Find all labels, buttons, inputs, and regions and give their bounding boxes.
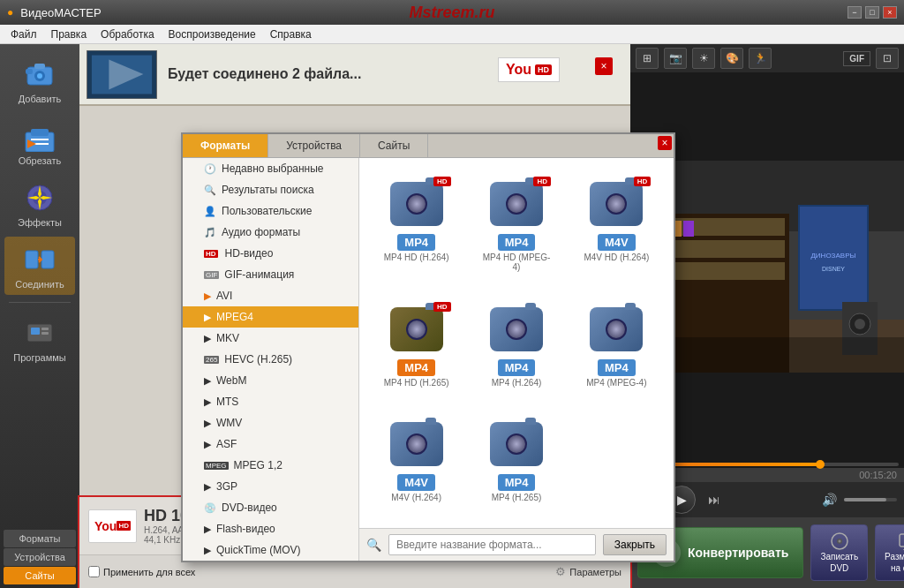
svg-rect-34 (674, 221, 682, 237)
app-title: ВидеоМАСТЕР (20, 6, 101, 19)
sidebar-item-programs[interactable]: Программы (4, 310, 75, 368)
svg-rect-3 (26, 69, 33, 74)
cut-icon (22, 118, 57, 154)
format-card-mp4-mpeg4[interactable]: MP4 MP4 (MPEG-4) (570, 294, 663, 403)
format-recent[interactable]: 🕐 Недавно выбранные (183, 158, 358, 179)
programs-label: Программы (13, 352, 65, 363)
minimize-btn[interactable]: − (848, 6, 862, 19)
gif-tool-btn[interactable]: GIF (843, 51, 870, 66)
youtube-you: You (506, 62, 531, 78)
format-search-input[interactable] (388, 534, 596, 555)
format-audio[interactable]: 🎵 Аудио форматы (183, 222, 358, 243)
youtube-badge: You HD (498, 57, 560, 82)
menu-process[interactable]: Обработка (94, 26, 162, 42)
params-btn[interactable]: ⚙ Параметры (555, 565, 622, 578)
youtube-hd-badge: HD (535, 64, 552, 75)
sidebar-item-cut[interactable]: Обрезать (4, 113, 75, 171)
format-list: 🕐 Недавно выбранные 🔍 Результаты поиска … (183, 158, 359, 561)
brightness-tool-btn[interactable]: ☀ (692, 48, 715, 69)
svg-point-50 (838, 540, 840, 543)
apply-all-bar-checkbox[interactable] (88, 566, 100, 577)
motion-tool-btn[interactable]: 🏃 (749, 48, 772, 69)
format-avi[interactable]: ▶ AVI (183, 285, 358, 306)
effects-icon (22, 180, 57, 215)
menu-bar: Файл Правка Обработка Воспроизведение Сп… (0, 25, 904, 44)
menu-playback[interactable]: Воспроизведение (162, 26, 263, 42)
tab-sites[interactable]: Сайты (360, 134, 428, 157)
sidebar-tab-devices[interactable]: Устройства (4, 548, 76, 566)
search-icon: 🔍 (366, 538, 381, 552)
grid-tool-btn[interactable]: ⊞ (636, 48, 659, 69)
format-mpeg12[interactable]: MPEG MPEG 1,2 (183, 455, 358, 476)
svg-point-2 (37, 73, 42, 79)
sidebar-item-add[interactable]: Добавить (4, 51, 75, 109)
format-asf[interactable]: ▶ ASF (183, 433, 358, 455)
top-bar: Будет соединено 2 файла... You HD × (79, 44, 630, 106)
tab-formats[interactable]: Форматы (183, 134, 268, 157)
tab-devices[interactable]: Устройства (268, 134, 360, 157)
svg-rect-51 (900, 534, 904, 547)
format-hd[interactable]: HD HD-видео (183, 243, 358, 264)
svg-rect-12 (26, 251, 38, 268)
maximize-btn[interactable]: □ (865, 6, 879, 19)
join-label: Соединить (15, 279, 64, 290)
format-card-m4v-hd-264[interactable]: HD M4V M4V HD (H.264) (570, 169, 663, 287)
format-mkv[interactable]: ▶ MKV (183, 328, 358, 349)
format-flash[interactable]: ▶ Flash-видео (183, 518, 358, 539)
format-gif[interactable]: GIF GIF-анимация (183, 264, 358, 285)
programs-icon (22, 315, 57, 351)
preview-thumbnail (87, 50, 157, 99)
cut-label: Обрезать (19, 155, 62, 166)
format-hevc[interactable]: 265 HEVC (H.265) (183, 349, 358, 370)
add-icon (22, 57, 57, 92)
svg-rect-35 (683, 221, 694, 237)
sidebar-item-effects[interactable]: Эффекты (4, 175, 75, 233)
color-tool-btn[interactable]: 🎨 (720, 48, 743, 69)
format-mpeg4[interactable]: ▶ MPEG4 (183, 306, 358, 328)
svg-rect-17 (41, 332, 49, 335)
sidebar: Добавить Обрезать (0, 44, 79, 588)
web-btn[interactable]: Разместить на сайте (875, 524, 904, 581)
close-btn[interactable]: × (883, 6, 897, 19)
format-card-mp4-hd-264[interactable]: HD MP4 MP4 HD (H.264) (370, 169, 463, 287)
popup-close-btn[interactable]: × (658, 136, 672, 150)
format-card-mp4-hd-265[interactable]: HD MP4 MP4 HD (H.265) (370, 294, 463, 403)
close-format-btn[interactable]: Закрыть (603, 534, 667, 555)
format-wmv[interactable]: ▶ WMV (183, 412, 358, 433)
svg-rect-13 (41, 251, 54, 268)
effects-label: Эффекты (18, 217, 62, 228)
format-quicktime[interactable]: ▶ QuickTime (MOV) (183, 539, 358, 561)
menu-edit[interactable]: Правка (44, 26, 94, 42)
format-custom[interactable]: 👤 Пользовательские (183, 200, 358, 222)
format-card-m4v-264[interactable]: M4V M4V (H.264) (370, 409, 463, 517)
progress-thumb[interactable] (816, 460, 825, 469)
expand-tool-btn[interactable]: ⊡ (876, 48, 899, 69)
dvd-btn[interactable]: Записать DVD (810, 524, 868, 581)
format-mts[interactable]: ▶ MTS (183, 391, 358, 412)
svg-text:ДИНОЗАВРЫ: ДИНОЗАВРЫ (810, 252, 855, 260)
format-card-mp4-264[interactable]: MP4 MP4 (H.264) (470, 294, 562, 403)
camera-tool-btn[interactable]: 📷 (664, 48, 687, 69)
format-dvd[interactable]: 💿 DVD-видео (183, 497, 358, 518)
youtube-format-icon: You HD (88, 509, 137, 543)
video-toolbar: ⊞ 📷 ☀ 🎨 🏃 GIF ⊡ (630, 44, 904, 72)
close-dialog-btn[interactable]: × (595, 57, 613, 75)
format-card-mp4-265[interactable]: MP4 MP4 (H.265) (470, 409, 562, 517)
format-3gp[interactable]: ▶ 3GP (183, 476, 358, 497)
format-webm[interactable]: ▶ WebM (183, 370, 358, 391)
format-popup: Форматы Устройства Сайты × 🕐 Недавно выб… (181, 132, 675, 562)
menu-file[interactable]: Файл (4, 26, 44, 42)
sidebar-tab-sites[interactable]: Сайты (4, 567, 76, 584)
add-label: Добавить (19, 94, 62, 104)
volume-slider[interactable] (844, 498, 897, 501)
sidebar-tab-formats[interactable]: Форматы (4, 530, 76, 547)
format-tabs: Форматы Устройства Сайты × (183, 134, 674, 158)
format-search[interactable]: 🔍 Результаты поиска (183, 179, 358, 200)
format-card-mp4-hd-mpeg4[interactable]: HD MP4 MP4 HD (MPEG-4) (470, 169, 562, 287)
forward-btn[interactable]: ⏭ (703, 488, 726, 511)
volume-icon[interactable]: 🔊 (822, 493, 837, 507)
format-grid: HD MP4 MP4 HD (H.264) (359, 158, 674, 528)
title-bar: ● ВидеоМАСТЕР Mstreem.ru − □ × (0, 0, 904, 25)
sidebar-item-join[interactable]: Соединить (4, 237, 75, 295)
menu-help[interactable]: Справка (263, 26, 319, 42)
